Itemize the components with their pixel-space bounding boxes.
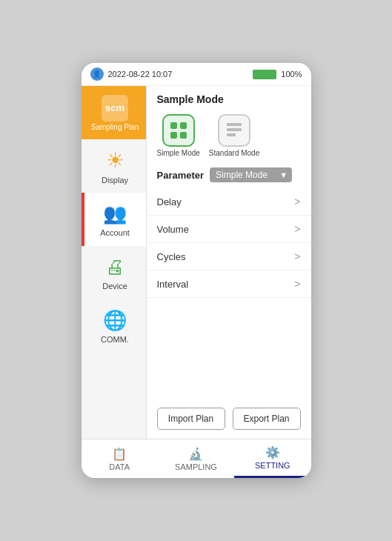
setting-row-volume[interactable]: Volume > — [147, 216, 311, 243]
delay-label: Delay — [157, 196, 182, 208]
svg-rect-3 — [180, 132, 187, 139]
standard-mode-icon — [218, 114, 250, 147]
volume-label: Volume — [157, 224, 189, 235]
standard-mode-card[interactable]: Standard Mode — [209, 114, 259, 157]
mode-row: Simple Mode Standard Mode — [147, 110, 311, 165]
nav-item-setting[interactable]: ⚙️ SETTING — [234, 439, 310, 478]
simple-mode-card[interactable]: Simple Mode — [157, 114, 200, 157]
account-icon: 👥 — [103, 202, 127, 225]
bottom-nav: 📋 DATA 🔬 SAMPLING ⚙️ SETTING — [82, 439, 311, 478]
main-content: scm Sampling Plan ☀ Display 👥 Account 🖨 … — [82, 86, 311, 439]
sampling-plan-icon: scm — [102, 95, 128, 122]
user-avatar: 👤 — [90, 67, 104, 81]
comm-label: COMM. — [101, 335, 129, 344]
nav-item-sampling[interactable]: 🔬 SAMPLING — [158, 439, 234, 478]
data-nav-label: DATA — [109, 462, 130, 471]
parameter-select-wrapper[interactable]: Simple Mode Standard Mode ▼ — [210, 167, 292, 182]
sidebar-item-account[interactable]: 👥 Account — [82, 193, 146, 246]
parameter-select[interactable]: Simple Mode Standard Mode — [210, 167, 292, 182]
sidebar: scm Sampling Plan ☀ Display 👥 Account 🖨 … — [82, 86, 147, 439]
sampling-nav-icon: 🔬 — [188, 447, 203, 461]
svg-rect-2 — [170, 132, 177, 139]
sidebar-item-sampling-plan[interactable]: scm Sampling Plan — [82, 86, 146, 139]
volume-arrow-icon: > — [294, 223, 300, 235]
simple-mode-icon — [162, 114, 195, 147]
simple-mode-svg — [169, 121, 188, 140]
setting-nav-icon: ⚙️ — [265, 445, 280, 459]
parameter-label: Parameter — [157, 170, 205, 181]
panel-title: Sample Mode — [147, 86, 311, 110]
right-panel: Sample Mode Simple Mode — [147, 86, 311, 439]
device-frame: 👤 2022-08-22 10:07 100% scm Sampling Pla… — [82, 63, 311, 478]
battery-bar — [253, 70, 276, 79]
comm-icon: 🌐 — [103, 309, 127, 332]
import-plan-button[interactable]: Import Plan — [157, 408, 225, 430]
datetime-label: 2022-08-22 10:07 — [108, 70, 173, 79]
status-right: 100% — [253, 70, 302, 79]
scm-text: scm — [105, 102, 124, 113]
setting-row-cycles[interactable]: Cycles > — [147, 243, 311, 270]
sidebar-item-display[interactable]: ☀ Display — [82, 139, 146, 193]
svg-rect-6 — [227, 133, 236, 136]
nav-item-data[interactable]: 📋 DATA — [82, 439, 158, 478]
display-label: Display — [102, 176, 128, 185]
cycles-label: Cycles — [157, 251, 186, 262]
interval-arrow-icon: > — [294, 278, 300, 290]
setting-row-delay[interactable]: Delay > — [147, 188, 311, 216]
export-plan-button[interactable]: Export Plan — [233, 408, 301, 430]
display-icon: ☀ — [106, 148, 124, 173]
setting-nav-label: SETTING — [255, 461, 290, 470]
sidebar-item-comm[interactable]: 🌐 COMM. — [82, 299, 146, 353]
data-nav-icon: 📋 — [112, 447, 127, 461]
standard-mode-svg — [225, 121, 244, 140]
device-icon: 🖨 — [105, 256, 124, 279]
standard-mode-label: Standard Mode — [209, 149, 259, 157]
status-left: 👤 2022-08-22 10:07 — [90, 67, 173, 81]
svg-rect-5 — [227, 128, 242, 131]
parameter-row: Parameter Simple Mode Standard Mode ▼ — [147, 165, 311, 188]
sampling-nav-label: SAMPLING — [175, 462, 217, 471]
settings-list: Delay > Volume > Cycles > Interval > — [147, 188, 311, 400]
sampling-plan-label: Sampling Plan — [91, 123, 139, 131]
setting-row-interval[interactable]: Interval > — [147, 270, 311, 298]
delay-arrow-icon: > — [294, 196, 300, 208]
cycles-arrow-icon: > — [294, 250, 300, 262]
device-label: Device — [102, 282, 127, 291]
action-buttons: Import Plan Export Plan — [147, 400, 311, 439]
svg-rect-0 — [170, 122, 177, 129]
account-label: Account — [100, 228, 130, 237]
simple-mode-label: Simple Mode — [157, 149, 200, 157]
battery-percent: 100% — [281, 70, 302, 79]
svg-rect-1 — [180, 122, 187, 129]
svg-rect-4 — [227, 123, 242, 126]
interval-label: Interval — [157, 279, 189, 290]
sidebar-item-device[interactable]: 🖨 Device — [82, 246, 146, 299]
status-bar: 👤 2022-08-22 10:07 100% — [82, 63, 311, 86]
